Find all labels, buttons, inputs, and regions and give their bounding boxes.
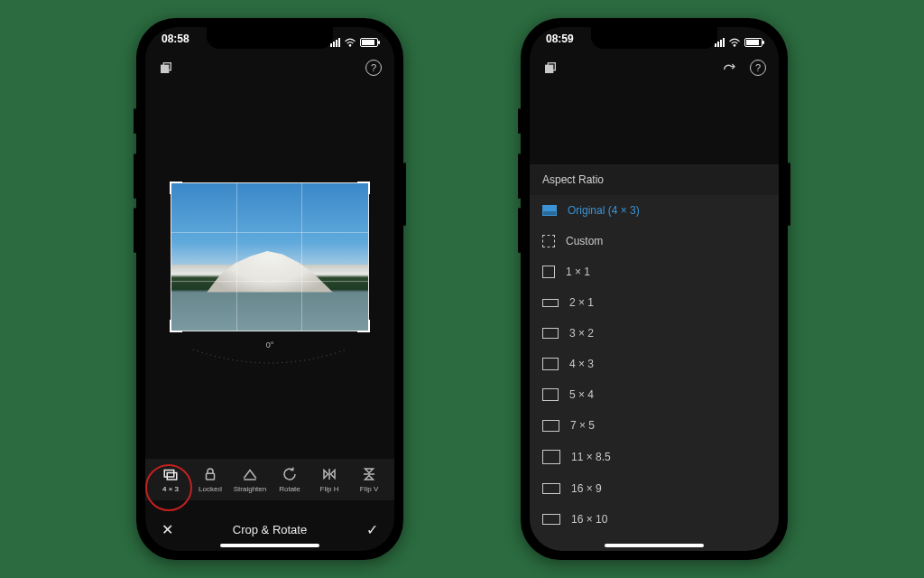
- aspect-ratio-option[interactable]: 3 × 2: [530, 318, 779, 349]
- tool-label: 4 × 3: [162, 485, 179, 493]
- angle-dial[interactable]: 0°: [184, 340, 356, 366]
- aspect-ratio-option[interactable]: 7 × 5: [530, 410, 779, 441]
- crop-handle-bl[interactable]: [170, 320, 182, 332]
- tool-locked[interactable]: Locked: [191, 466, 229, 493]
- ratio-label: Original (4 × 3): [568, 204, 640, 217]
- svg-rect-14: [546, 65, 553, 72]
- status-time: 08:58: [162, 33, 189, 52]
- aspect-ratio-option[interactable]: 16 × 10: [530, 504, 779, 535]
- svg-marker-11: [365, 476, 374, 480]
- ratio-label: 1 × 1: [566, 266, 590, 278]
- foreground-icon[interactable]: [158, 60, 174, 76]
- svg-rect-1: [162, 65, 169, 72]
- aspect-ratio-list: Original (4 × 3)Custom1 × 12 × 13 × 24 ×…: [530, 195, 779, 535]
- crop-toolbar: 4 × 3 Locked Straighten Rotate Flip H Fl…: [145, 459, 394, 500]
- ratio-label: 7 × 5: [570, 419, 595, 432]
- aspect-ratio-panel: Aspect Ratio Original (4 × 3)Custom1 × 1…: [530, 164, 779, 551]
- battery-icon: [360, 38, 378, 47]
- svg-marker-8: [331, 471, 336, 479]
- tool-label: Rotate: [279, 485, 300, 493]
- phone-left: 08:58 ?: [136, 18, 403, 560]
- aspect-ratio-option[interactable]: 4 × 3: [530, 349, 779, 379]
- tool-aspect-ratio[interactable]: 4 × 3: [152, 466, 189, 493]
- svg-point-0: [349, 45, 351, 47]
- phone-right: 08:59 ? Aspect Ratio Original (4 × 3)Cus…: [521, 18, 788, 560]
- confirm-button[interactable]: ✓: [366, 521, 378, 538]
- redo-icon[interactable]: [721, 60, 737, 76]
- wifi-icon: [344, 38, 356, 47]
- ratio-icon: [542, 358, 559, 370]
- home-indicator[interactable]: [605, 544, 704, 547]
- screen-title: Crop & Rotate: [233, 523, 307, 536]
- ratio-icon: [542, 483, 560, 493]
- wifi-icon: [728, 38, 741, 47]
- cancel-button[interactable]: ✕: [162, 521, 173, 538]
- tool-flip-h[interactable]: Flip H: [310, 466, 348, 493]
- ratio-icon: [542, 205, 557, 216]
- notch: [591, 27, 717, 49]
- crop-handle-tr[interactable]: [357, 182, 370, 194]
- tool-flip-v[interactable]: Flip V: [350, 466, 388, 493]
- panel-title: Aspect Ratio: [530, 164, 779, 195]
- ratio-label: 4 × 3: [569, 358, 594, 370]
- svg-rect-5: [207, 473, 215, 480]
- aspect-ratio-option[interactable]: 1 × 1: [530, 256, 779, 287]
- tool-label: Flip H: [320, 485, 339, 493]
- top-bar: ?: [145, 52, 394, 83]
- tool-label: Locked: [199, 485, 222, 493]
- ratio-label: 2 × 1: [569, 296, 594, 309]
- notch: [207, 27, 333, 49]
- ratio-label: 16 × 10: [571, 513, 607, 526]
- svg-marker-10: [365, 469, 374, 473]
- ratio-label: 16 × 9: [571, 482, 602, 495]
- ratio-icon: [542, 388, 559, 401]
- aspect-ratio-option[interactable]: 11 × 8.5: [530, 441, 779, 473]
- ratio-label: 5 × 4: [569, 388, 594, 401]
- tool-straighten[interactable]: Straighten: [231, 466, 269, 493]
- aspect-ratio-option[interactable]: Custom: [530, 226, 779, 256]
- ratio-label: 3 × 2: [569, 327, 594, 340]
- home-indicator[interactable]: [220, 544, 319, 547]
- ratio-label: 11 × 8.5: [571, 451, 611, 463]
- top-bar: ?: [530, 52, 779, 83]
- foreground-icon[interactable]: [542, 60, 559, 76]
- image-stage: 0°: [145, 182, 394, 366]
- help-icon[interactable]: ?: [750, 60, 766, 76]
- status-time: 08:59: [546, 33, 574, 52]
- svg-marker-7: [324, 471, 328, 479]
- ratio-label: Custom: [566, 235, 603, 247]
- ratio-icon: [542, 514, 560, 526]
- bottom-bar: ✕ Crop & Rotate ✓: [145, 521, 394, 538]
- ratio-icon: [542, 420, 559, 433]
- aspect-ratio-option[interactable]: 5 × 4: [530, 379, 779, 410]
- aspect-ratio-option[interactable]: Original (4 × 3): [530, 195, 779, 226]
- svg-point-13: [734, 45, 735, 47]
- ratio-icon: [542, 235, 555, 247]
- ratio-icon: [542, 450, 560, 464]
- tool-label: Flip V: [360, 485, 378, 493]
- crop-handle-tl[interactable]: [170, 182, 182, 194]
- tool-label: Straighten: [234, 485, 266, 493]
- ratio-icon: [542, 299, 559, 307]
- photo-preview: [171, 183, 368, 331]
- help-icon[interactable]: ?: [365, 60, 382, 76]
- tool-rotate[interactable]: Rotate: [271, 466, 309, 493]
- crop-frame[interactable]: [171, 182, 369, 331]
- aspect-ratio-option[interactable]: 16 × 9: [530, 473, 779, 504]
- ratio-icon: [542, 328, 559, 339]
- ratio-icon: [542, 266, 555, 278]
- crop-handle-br[interactable]: [357, 320, 370, 332]
- battery-icon: [744, 38, 762, 47]
- aspect-ratio-option[interactable]: 2 × 1: [530, 287, 779, 318]
